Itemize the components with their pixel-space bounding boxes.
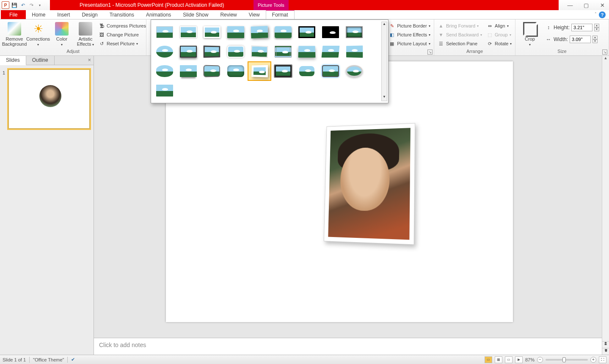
tab-format[interactable]: Format: [266, 10, 295, 19]
picture-effects-button[interactable]: ◧Picture Effects ▾: [388, 31, 431, 39]
picture-style-option[interactable]: [320, 23, 342, 41]
sorter-view-button[interactable]: ▦: [495, 356, 502, 363]
maximize-button[interactable]: ▢: [582, 1, 590, 9]
zoom-slider[interactable]: [546, 359, 588, 361]
selection-pane-button[interactable]: ☰Selection Pane: [437, 40, 483, 47]
picture-style-option[interactable]: [248, 62, 270, 80]
ribbon-minimize-icon[interactable]: ˆ: [595, 12, 596, 17]
contextual-tab-label: Picture Tools: [254, 0, 289, 10]
close-button[interactable]: ✕: [598, 1, 606, 9]
slideshow-view-button[interactable]: ▶: [515, 356, 523, 363]
group-label-size: Size: [515, 49, 609, 55]
picture-style-option[interactable]: [201, 23, 223, 41]
scroll-up-arrow[interactable]: ▲: [602, 56, 609, 63]
tab-review[interactable]: Review: [214, 10, 242, 19]
bring-forward-button[interactable]: ▲Bring Forward ▾: [437, 22, 483, 30]
reading-view-button[interactable]: ▭: [505, 356, 513, 363]
inserted-picture[interactable]: [324, 123, 415, 245]
undo-icon[interactable]: ↶: [19, 2, 26, 8]
height-down[interactable]: ▼: [594, 28, 599, 31]
tab-outline[interactable]: Outline: [26, 56, 55, 65]
next-slide-button[interactable]: ⯯: [602, 348, 609, 355]
change-picture-button[interactable]: 🖼Change Picture: [97, 31, 147, 39]
crop-button[interactable]: Crop▾: [518, 21, 542, 48]
picture-style-option[interactable]: [225, 62, 247, 80]
picture-border-button[interactable]: ✎Picture Border ▾: [388, 22, 431, 30]
tab-design[interactable]: Design: [76, 10, 103, 19]
panel-close-icon[interactable]: ×: [85, 56, 94, 65]
picture-style-option[interactable]: [272, 43, 294, 61]
picture-style-option[interactable]: [154, 43, 176, 61]
picture-style-option[interactable]: [272, 23, 294, 41]
save-icon[interactable]: 💾: [11, 2, 18, 8]
width-up[interactable]: ▲: [592, 36, 598, 39]
picture-style-option[interactable]: [248, 43, 270, 61]
picture-layout-button[interactable]: ▦Picture Layout ▾: [388, 40, 431, 47]
status-theme: "Office Theme": [33, 357, 64, 362]
picture-style-option[interactable]: [177, 62, 199, 80]
width-input[interactable]: [570, 36, 591, 43]
send-backward-button[interactable]: ▼Send Backward ▾: [437, 31, 483, 39]
picture-style-option[interactable]: [225, 23, 247, 41]
zoom-in-button[interactable]: +: [590, 357, 596, 363]
zoom-handle[interactable]: [562, 357, 566, 362]
picture-style-option[interactable]: [296, 62, 318, 80]
normal-view-button[interactable]: ▭: [485, 356, 492, 363]
help-icon[interactable]: ?: [599, 11, 606, 18]
picture-style-option[interactable]: [154, 62, 176, 80]
status-slide: Slide 1 of 1: [3, 357, 26, 362]
tab-transitions[interactable]: Transitions: [104, 10, 140, 19]
tab-home[interactable]: Home: [26, 10, 51, 19]
tab-slideshow[interactable]: Slide Show: [177, 10, 214, 19]
picture-style-option[interactable]: [320, 43, 342, 61]
styles-launcher[interactable]: ↘: [427, 50, 433, 55]
tab-view[interactable]: View: [243, 10, 266, 19]
color-button[interactable]: Color▾: [50, 21, 74, 48]
prev-slide-button[interactable]: ⯭: [602, 341, 609, 348]
remove-background-button[interactable]: Remove Background: [3, 21, 26, 47]
spellcheck-icon[interactable]: ✔: [71, 357, 75, 362]
picture-style-option[interactable]: [201, 43, 223, 61]
minimize-button[interactable]: —: [566, 1, 574, 9]
vertical-scrollbar[interactable]: ▲ ⯭ ⯯: [602, 56, 609, 355]
picture-style-option[interactable]: [296, 43, 318, 61]
tab-slides[interactable]: Slides: [0, 56, 26, 65]
picture-style-option[interactable]: [154, 23, 176, 41]
artistic-effects-button[interactable]: Artistic Effects ▾: [74, 21, 97, 48]
height-input[interactable]: [571, 24, 592, 31]
picture-style-option[interactable]: [201, 62, 223, 80]
picture-style-option[interactable]: [343, 43, 365, 61]
reset-picture-button[interactable]: ↺Reset Picture ▾: [97, 40, 147, 47]
gallery-scrollbar[interactable]: ▲ ▼: [381, 22, 387, 101]
picture-style-option[interactable]: [225, 43, 247, 61]
picture-style-option[interactable]: [343, 23, 365, 41]
picture-style-option[interactable]: [177, 43, 199, 61]
align-button[interactable]: ⇔Align ▾: [485, 22, 513, 30]
fit-to-window-button[interactable]: ⛶: [599, 356, 606, 363]
qat-customize-icon[interactable]: ▾: [36, 2, 43, 8]
width-down[interactable]: ▼: [592, 39, 598, 43]
tab-file[interactable]: File: [1, 10, 26, 19]
picture-style-option[interactable]: [248, 23, 270, 41]
notes-pane[interactable]: Click to add notes: [94, 338, 602, 355]
size-launcher[interactable]: ↘: [602, 50, 607, 55]
tab-animations[interactable]: Animations: [140, 10, 177, 19]
corrections-button[interactable]: ☀ Corrections▾: [26, 21, 50, 48]
height-up[interactable]: ▲: [594, 24, 599, 28]
redo-icon[interactable]: ↷: [28, 2, 35, 8]
picture-style-option[interactable]: [343, 62, 365, 80]
picture-style-option[interactable]: [296, 23, 318, 41]
picture-style-option[interactable]: [272, 62, 294, 80]
tab-insert[interactable]: Insert: [51, 10, 76, 19]
powerpoint-icon[interactable]: P: [2, 1, 9, 9]
picture-style-option[interactable]: [177, 23, 199, 41]
picture-style-option[interactable]: [154, 82, 176, 99]
rotate-button[interactable]: ⟳Rotate ▾: [485, 40, 513, 47]
picture-style-option[interactable]: [320, 62, 342, 80]
scroll-up-icon[interactable]: ▲: [382, 22, 387, 28]
compress-pictures-button[interactable]: 🗜Compress Pictures: [97, 22, 147, 30]
scroll-down-icon[interactable]: ▼: [382, 95, 387, 101]
slide-thumbnail-1[interactable]: [8, 69, 90, 129]
zoom-out-button[interactable]: −: [537, 357, 543, 363]
group-button[interactable]: ⬚Group ▾: [485, 31, 513, 39]
